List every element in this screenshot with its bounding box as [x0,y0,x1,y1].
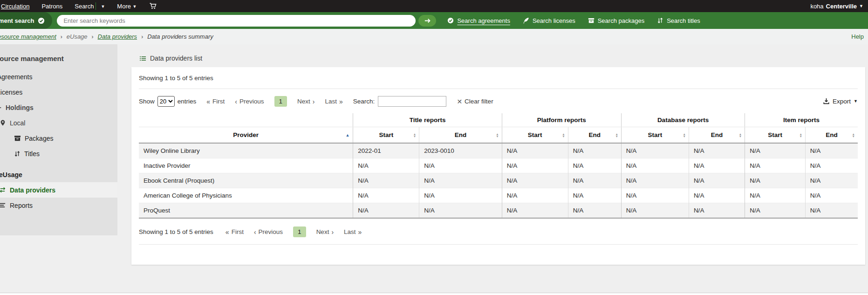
cell-database-start: N/A [621,173,689,188]
double-chevron-right-icon: » [339,98,343,105]
column-header-database-end[interactable]: End▲▼ [689,127,745,144]
agreement-search-tab[interactable]: Agreement search [0,12,52,29]
sidebar-item-holdings[interactable]: Holdings [0,100,117,115]
column-header-title-start[interactable]: Start▲▼ [353,127,419,144]
chevron-down-icon: ▼ [133,5,137,9]
table-row: American College of Physicians N/A N/A N… [139,188,858,203]
chevron-right-icon: › [92,34,94,40]
chevron-left-icon: ‹ [235,98,237,105]
page-size-select[interactable]: 20 [157,96,175,107]
search-titles-link[interactable]: Search titles [657,17,700,24]
sidebar-item-local[interactable]: Local [0,115,117,130]
sidebar-item-agreements[interactable]: Agreements [0,69,117,84]
sidebar-item-reports[interactable]: Reports [0,198,117,213]
sidebar-item-eusage[interactable]: eUsage [0,167,117,182]
search-dropdown-button[interactable]: ▼ [101,3,105,10]
chevron-left-icon: ‹ [254,228,256,236]
next-page-button[interactable]: Next› [297,98,314,105]
top-navigation-bar: Circulation Patrons Search ▼ More ▼ koha… [0,0,868,12]
search-licenses-link[interactable]: Search licenses [523,17,575,24]
cell-platform-end: N/A [568,203,621,219]
cell-platform-start: N/A [502,203,568,219]
last-page-button[interactable]: Last» [325,98,343,105]
submit-search-button[interactable] [418,15,436,27]
breadcrumb-eusage: eUsage [67,33,88,40]
nav-item-search[interactable]: Search [75,3,94,10]
cell-title-end: N/A [419,203,502,219]
cell-provider: Wiley Online Library [139,143,353,158]
cell-database-start: N/A [621,158,689,173]
sort-icon: ▲▼ [413,132,416,137]
breadcrumb-erm[interactable]: Electronic resource management [0,33,56,40]
sort-icon: ▲▼ [683,132,685,137]
sidebar-item-packages[interactable]: Packages [11,130,117,146]
table-filter-control: Search: [353,96,447,107]
help-link[interactable]: Help [851,33,864,40]
breadcrumb: Electronic resource management › eUsage … [0,33,213,40]
table-filter-input[interactable] [378,96,446,107]
nav-item-circulation[interactable]: Circulation [1,3,29,10]
table-row: Inactive Provider N/A N/A N/A N/A N/A N/… [139,158,858,173]
column-header-title-end[interactable]: End▲▼ [419,127,502,144]
previous-page-button[interactable]: ‹Previous [235,98,264,105]
column-header-database-start[interactable]: Start▲▼ [621,127,689,144]
erm-sidebar: Electronic resource management Agreement… [0,44,117,235]
search-input[interactable] [57,15,416,27]
export-button[interactable]: Export ▼ [823,98,858,105]
page-size-control: Show 20 entries [139,96,196,107]
list-icon [139,55,146,62]
column-header-platform-start[interactable]: Start▲▼ [502,127,568,144]
nav-item-patrons[interactable]: Patrons [41,3,62,10]
current-page-button[interactable]: 1 [274,96,287,107]
cell-item-end: N/A [805,173,858,188]
current-page-button[interactable]: 1 [293,226,306,237]
column-header-provider[interactable]: Provider ▲ [139,127,353,144]
table-footer: Showing 1 to 5 of 5 entries «First ‹Prev… [139,226,858,237]
check-circle-icon [38,17,45,24]
cell-item-end: N/A [805,203,858,219]
cell-item-end: N/A [805,188,858,203]
double-chevron-right-icon: » [358,228,362,236]
map-pin-icon [0,119,6,126]
cell-item-start: N/A [745,143,806,158]
first-page-button[interactable]: «First [226,228,244,236]
user-menu[interactable]: koha Centerville ▼ [810,3,863,10]
library-name: Centerville [826,3,857,10]
cell-title-start: 2022-01 [353,143,419,158]
column-header-item-end[interactable]: End▲▼ [805,127,858,144]
cell-database-end: N/A [689,188,745,203]
sidebar-item-titles[interactable]: Titles [11,146,117,161]
double-chevron-left-icon: « [226,228,229,236]
cell-item-start: N/A [745,173,806,188]
first-page-button[interactable]: «First [206,98,225,105]
last-page-button[interactable]: Last» [344,228,362,236]
cell-database-start: N/A [621,203,689,219]
sidebar-heading: Electronic resource management [0,55,117,62]
previous-page-button[interactable]: ‹Previous [254,228,283,236]
sidebar-item-data-providers[interactable]: Data providers [0,182,117,198]
quill-icon [523,17,529,24]
breadcrumb-current-page: Data providers summary [147,33,213,40]
table-toolbar: Show 20 entries «First ‹Previous 1 Next›… [139,96,858,107]
chevron-right-icon: › [141,34,143,40]
search-agreements-link[interactable]: Search agreements [447,17,510,24]
cell-platform-end: N/A [568,158,621,173]
sort-icon: ▲▼ [739,132,742,137]
cart-button[interactable] [149,2,157,10]
search-packages-link[interactable]: Search packages [588,17,644,24]
cell-title-end: N/A [419,188,502,203]
column-header-item-start[interactable]: Start▲▼ [745,127,806,144]
sidebar-item-licenses[interactable]: Licenses [0,84,117,100]
group-header-platform-reports: Platform reports [502,113,621,127]
sort-arrows-icon [657,17,663,24]
column-header-platform-end[interactable]: End▲▼ [568,127,621,144]
koha-erm-screen: Circulation Patrons Search ▼ More ▼ koha… [0,0,868,295]
cell-title-start: N/A [353,173,419,188]
clear-filter-button[interactable]: ✕ Clear filter [457,98,493,105]
next-page-button[interactable]: Next› [316,228,334,236]
chevron-down-icon: ▼ [854,99,858,103]
cell-item-start: N/A [745,158,806,173]
chevron-right-icon: › [313,98,315,105]
nav-item-more[interactable]: More ▼ [117,3,137,10]
breadcrumb-data-providers[interactable]: Data providers [98,33,137,40]
